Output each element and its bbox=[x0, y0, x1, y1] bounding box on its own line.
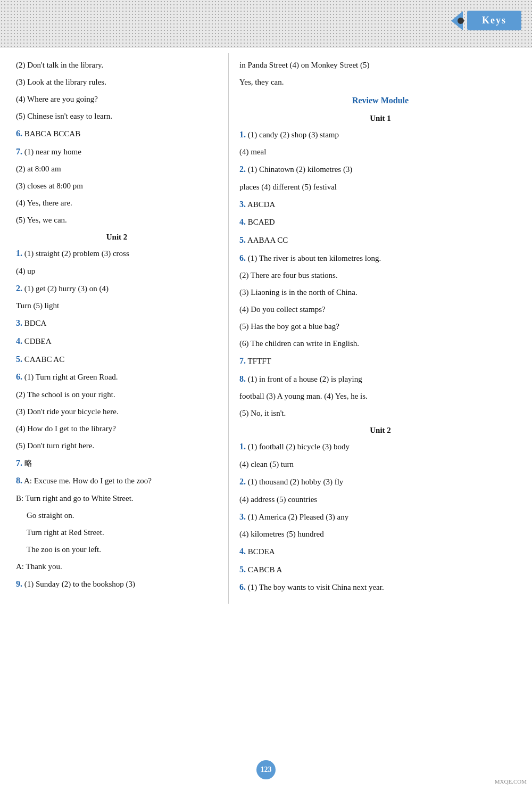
item-number: 2. bbox=[239, 164, 246, 174]
list-item: 6. (1) The boy wants to visit China next… bbox=[239, 580, 521, 594]
item-number: 6. bbox=[16, 372, 22, 381]
list-item: (5) No, it isn't. bbox=[239, 407, 521, 419]
list-item: (4) kilometres (5) hundred bbox=[239, 528, 521, 540]
item-number: 5. bbox=[16, 355, 22, 364]
continuation-text: Yes, they can. bbox=[239, 76, 521, 88]
list-item: 5. AABAA CC bbox=[239, 233, 521, 247]
list-item: (4) How do I get to the library? bbox=[16, 422, 218, 435]
unit-1-title: Unit 1 bbox=[239, 112, 521, 125]
list-item: (4) address (5) countries bbox=[239, 493, 521, 506]
footer: 123 bbox=[0, 760, 532, 779]
item-number: 6. bbox=[239, 582, 246, 591]
item-number: 8. bbox=[16, 476, 22, 485]
item-number: 3. bbox=[239, 200, 246, 209]
keys-button[interactable]: Keys bbox=[451, 11, 521, 30]
list-item: (2) at 8:00 am bbox=[16, 162, 218, 175]
list-item: football (3) A young man. (4) Yes, he is… bbox=[239, 390, 521, 402]
item-number: 3. bbox=[239, 512, 246, 521]
list-item: (2) There are four bus stations. bbox=[239, 269, 521, 282]
main-content: (2) Don't talk in the library. (3) Look … bbox=[0, 48, 532, 609]
list-item: (2) Don't talk in the library. bbox=[16, 59, 218, 71]
item-number: 2. bbox=[16, 284, 22, 293]
list-item: 1. (1) football (2) bicycle (3) body bbox=[239, 440, 521, 454]
item-number: 1. bbox=[239, 130, 246, 139]
list-item: 4. BCAED bbox=[239, 215, 521, 229]
list-item: 6. BABCA BCCAB bbox=[16, 127, 218, 141]
item-number: 1. bbox=[239, 442, 246, 451]
keys-label: Keys bbox=[467, 11, 521, 30]
page-number: 123 bbox=[256, 760, 276, 779]
item-number: 6. bbox=[16, 129, 22, 138]
list-item: 3. (1) America (2) Pleased (3) any bbox=[239, 510, 521, 524]
list-item: 7. 略 bbox=[16, 456, 218, 470]
item-number: 1. bbox=[16, 249, 22, 258]
watermark: MXQE.COM bbox=[495, 778, 527, 785]
right-column: in Panda Street (4) on Monkey Street (5)… bbox=[229, 53, 532, 604]
list-item: (4) Yes, there are. bbox=[16, 196, 218, 209]
list-item: (4) Where are you going? bbox=[16, 93, 218, 105]
list-item: (6) The children can write in English. bbox=[239, 337, 521, 350]
list-item: 4. BCDEA bbox=[239, 545, 521, 558]
item-number: 5. bbox=[239, 565, 246, 574]
list-item: 1. (1) straight (2) problem (3) cross bbox=[16, 246, 218, 260]
list-item: Turn right at Red Street. bbox=[16, 526, 218, 539]
list-item: 2. (1) thousand (2) hobby (3) fly bbox=[239, 475, 521, 489]
top-decoration: Keys bbox=[0, 0, 532, 48]
item-number: 8. bbox=[239, 374, 246, 383]
list-item: (4) up bbox=[16, 265, 218, 277]
list-item: 3. ABCDA bbox=[239, 198, 521, 211]
list-item: Turn (5) light bbox=[16, 299, 218, 312]
item-number: 7. bbox=[16, 458, 22, 467]
list-item: 3. BDCA bbox=[16, 316, 218, 330]
list-item: (4) meal bbox=[239, 145, 521, 158]
unit-2-title: Unit 2 bbox=[239, 424, 521, 437]
item-number: 5. bbox=[239, 235, 246, 244]
item-number: 7. bbox=[16, 147, 22, 156]
list-item: B: Turn right and go to White Street. bbox=[16, 492, 218, 505]
list-item: (4) clean (5) turn bbox=[239, 458, 521, 471]
list-item: (5) Chinese isn't easy to learn. bbox=[16, 110, 218, 122]
list-item: 5. CAABC AC bbox=[16, 352, 218, 366]
list-item: 7. (1) near my home bbox=[16, 145, 218, 159]
dot-icon bbox=[458, 18, 464, 24]
list-item: 5. CABCB A bbox=[239, 563, 521, 577]
list-item: (3) Look at the library rules. bbox=[16, 76, 218, 88]
list-item: 1. (1) candy (2) shop (3) stamp bbox=[239, 128, 521, 142]
list-item: (5) Don't turn right here. bbox=[16, 439, 218, 452]
item-number: 2. bbox=[239, 477, 246, 486]
list-item: 6. (1) The river is about ten kilometres… bbox=[239, 251, 521, 265]
list-item: 9. (1) Sunday (2) to the bookshop (3) bbox=[16, 577, 218, 591]
item-number: 6. bbox=[239, 253, 246, 262]
left-column: (2) Don't talk in the library. (3) Look … bbox=[0, 53, 229, 604]
list-item: (4) Do you collect stamps? bbox=[239, 303, 521, 316]
list-item: 4. CDBEA bbox=[16, 334, 218, 348]
item-number: 9. bbox=[16, 579, 22, 588]
continuation-text: in Panda Street (4) on Monkey Street (5) bbox=[239, 59, 521, 71]
item-number: 3. bbox=[16, 318, 22, 327]
unit-title: Unit 2 bbox=[16, 231, 218, 243]
review-module-title: Review Module bbox=[239, 94, 521, 108]
list-item: (5) Has the boy got a blue bag? bbox=[239, 320, 521, 333]
list-item: 8. (1) in front of a house (2) is playin… bbox=[239, 372, 521, 386]
item-number: 7. bbox=[239, 356, 246, 365]
list-item: (3) Don't ride your bicycle here. bbox=[16, 405, 218, 418]
list-item: 8. A: Excuse me. How do I get to the zoo… bbox=[16, 474, 218, 488]
list-item: (3) closes at 8:00 pm bbox=[16, 179, 218, 192]
list-item: places (4) different (5) festival bbox=[239, 180, 521, 193]
list-item: 2. (1) Chinatown (2) kilometres (3) bbox=[239, 162, 521, 176]
list-item: A: Thank you. bbox=[16, 560, 218, 573]
list-item: 2. (1) get (2) hurry (3) on (4) bbox=[16, 282, 218, 295]
item-number: 4. bbox=[239, 217, 246, 226]
list-item: (3) Liaoning is in the north of China. bbox=[239, 286, 521, 299]
list-item: 7. TFTFT bbox=[239, 354, 521, 368]
list-item: The zoo is on your left. bbox=[16, 543, 218, 556]
item-number: 4. bbox=[239, 547, 246, 556]
list-item: Go straight on. bbox=[16, 509, 218, 522]
item-number: 4. bbox=[16, 336, 22, 345]
list-item: 6. (1) Turn right at Green Road. bbox=[16, 370, 218, 384]
list-item: (2) The school is on your right. bbox=[16, 388, 218, 401]
list-item: (5) Yes, we can. bbox=[16, 213, 218, 226]
